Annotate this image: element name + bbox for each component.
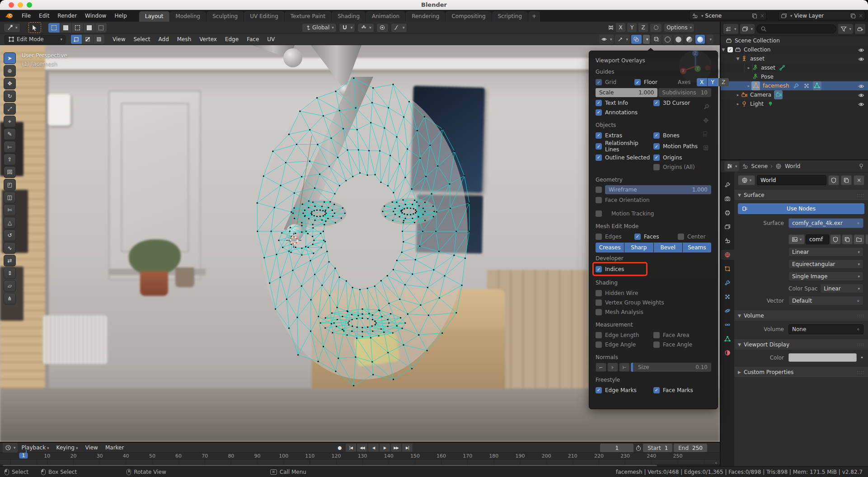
tool-knife-button[interactable]: ✄: [4, 204, 16, 216]
grid-scale-slider[interactable]: Scale1.000: [596, 88, 657, 97]
tool-rotate-button[interactable]: ↻: [4, 90, 16, 102]
properties-tab-tool[interactable]: [721, 180, 734, 190]
world-datablock-dropdown[interactable]: ▾: [738, 175, 755, 185]
seams-button[interactable]: Seams: [683, 243, 711, 253]
annotations-checkbox[interactable]: [596, 109, 602, 116]
edge-length-checkbox[interactable]: [596, 332, 602, 338]
unlink-button[interactable]: ×: [854, 175, 864, 185]
tool-spin-button[interactable]: ↺: [4, 229, 16, 241]
frame-tick-60[interactable]: 60: [175, 453, 182, 459]
frame-tick-110[interactable]: 110: [305, 453, 314, 459]
world-name-field[interactable]: World: [757, 175, 826, 185]
frame-tick-90[interactable]: 90: [254, 453, 261, 459]
tool-settings-toggle[interactable]: ▾: [4, 23, 20, 33]
tool-cursor-button[interactable]: ⊕: [4, 65, 16, 77]
workspace-tab-layout[interactable]: Layout: [139, 11, 169, 22]
tool-move-button[interactable]: ✥: [4, 78, 16, 89]
breadcrumb-scene[interactable]: Scene: [751, 163, 768, 169]
volume-panel-header[interactable]: ▼Volume::::: [734, 310, 868, 321]
select-extend-button[interactable]: [60, 23, 71, 33]
frame-tick-140[interactable]: 140: [384, 453, 394, 459]
editor-type-dropdown[interactable]: ▾: [724, 161, 739, 171]
properties-tab-material[interactable]: [721, 348, 734, 358]
mirror-x-button[interactable]: X: [616, 23, 625, 32]
workspace-tab-uv-editing[interactable]: UV Editing: [244, 11, 284, 22]
menu-render[interactable]: Render: [53, 11, 81, 20]
vertex-select-button[interactable]: [71, 35, 82, 44]
end-frame-field[interactable]: End250: [674, 444, 707, 452]
origins-checkbox[interactable]: [653, 154, 660, 161]
tool-edge-slide-button[interactable]: ⇄: [4, 255, 16, 267]
edge-select-button[interactable]: [82, 35, 93, 44]
creases-button[interactable]: Creases: [596, 243, 624, 253]
eye-icon[interactable]: [858, 101, 864, 108]
outliner-row-asset-pose[interactable]: ▸ asset: [721, 63, 868, 72]
overlays-dropdown-open[interactable]: ▾: [643, 35, 650, 44]
eye-icon[interactable]: [858, 83, 864, 89]
frame-tick-40[interactable]: 40: [123, 453, 129, 459]
fake-user-button[interactable]: [828, 175, 839, 185]
pin-icon[interactable]: [858, 163, 864, 170]
jump-to-end-button[interactable]: ▶|: [402, 444, 413, 452]
split-normals-button[interactable]: ⊦: [607, 363, 618, 372]
frame-tick-150[interactable]: 150: [410, 453, 420, 459]
record-button[interactable]: ⬤: [334, 444, 345, 452]
color-space-select[interactable]: Linear▾: [820, 284, 863, 293]
open-image-button[interactable]: [854, 234, 864, 244]
extras-checkbox[interactable]: [596, 132, 602, 139]
menu-edit[interactable]: Edit: [35, 11, 53, 20]
properties-tab-output[interactable]: [721, 208, 734, 218]
vertex-group-weights-checkbox[interactable]: [596, 299, 602, 306]
workspace-tab-texture-paint[interactable]: Texture Paint: [285, 11, 331, 22]
proportional-editing-toggle[interactable]: [376, 23, 389, 33]
select-invert-button[interactable]: [84, 23, 95, 33]
options-dropdown[interactable]: Options▾: [664, 23, 694, 33]
face-area-checkbox[interactable]: [653, 332, 660, 338]
shading-rendered-button[interactable]: [695, 35, 705, 44]
tool-tweak-button[interactable]: ➤: [4, 52, 16, 64]
volume-field[interactable]: None∘: [788, 324, 863, 334]
jump-to-start-button[interactable]: |◀: [346, 444, 356, 452]
frame-tick-220[interactable]: 220: [594, 453, 604, 459]
properties-tab-meshdata[interactable]: [721, 334, 734, 344]
workspace-tab-compositing[interactable]: Compositing: [446, 11, 491, 22]
playhead[interactable]: [26, 450, 27, 454]
floor-checkbox[interactable]: [634, 79, 641, 85]
outliner-row-facemesh[interactable]: ▸ facemesh: [721, 81, 868, 90]
image-fake-user-button[interactable]: [830, 234, 841, 244]
tool-annotate-button[interactable]: ✎: [4, 128, 16, 140]
shading-dropdown[interactable]: ▾: [706, 35, 713, 44]
edges-checkbox[interactable]: [596, 234, 602, 240]
timeline-ruler[interactable]: 1102030405060708090100110120130140150160…: [0, 453, 720, 460]
tool-rip-region-button[interactable]: ⋔: [4, 293, 16, 304]
menu-window[interactable]: Window: [81, 11, 110, 20]
current-frame-field[interactable]: 1: [600, 444, 633, 452]
filter-dropdown[interactable]: ▾: [838, 24, 853, 34]
play-reverse-button[interactable]: ◀: [368, 444, 379, 452]
axis-y-button[interactable]: Y: [708, 78, 718, 86]
frame-tick-240[interactable]: 240: [647, 453, 656, 459]
mesh-analysis-checkbox[interactable]: [596, 309, 602, 315]
menu-edge[interactable]: Edge: [221, 35, 242, 44]
image-datablock-dropdown[interactable]: ▾: [788, 234, 805, 244]
frame-tick-120[interactable]: 120: [331, 453, 341, 459]
close-icon[interactable]: ×: [859, 13, 863, 19]
mirror-z-button[interactable]: Z: [638, 23, 648, 32]
vector-button[interactable]: Default∘: [788, 296, 863, 305]
frame-tick-210[interactable]: 210: [568, 453, 577, 459]
menu-mesh[interactable]: Mesh: [174, 35, 195, 44]
eye-icon[interactable]: [858, 56, 864, 62]
snap-dashed-circle-button[interactable]: [650, 23, 662, 33]
frame-tick-250[interactable]: 250: [673, 453, 682, 459]
menu-keying[interactable]: Keying▾: [53, 444, 81, 452]
tool-scale-button[interactable]: ⤢: [4, 103, 16, 115]
outliner-row-asset-armature[interactable]: ▼ asset: [721, 54, 868, 63]
workspace-tab-scripting[interactable]: Scripting: [492, 11, 528, 22]
menu-view-timeline[interactable]: View: [82, 444, 101, 452]
copy-icon[interactable]: [850, 12, 857, 19]
vertex-normals-button[interactable]: ⌐: [596, 363, 606, 372]
interpolation-select[interactable]: Linear▾: [788, 247, 863, 257]
tool-shear-button[interactable]: ▱: [4, 280, 16, 292]
frame-tick-80[interactable]: 80: [228, 453, 234, 459]
next-keyframe-button[interactable]: ▶▶: [391, 444, 401, 452]
